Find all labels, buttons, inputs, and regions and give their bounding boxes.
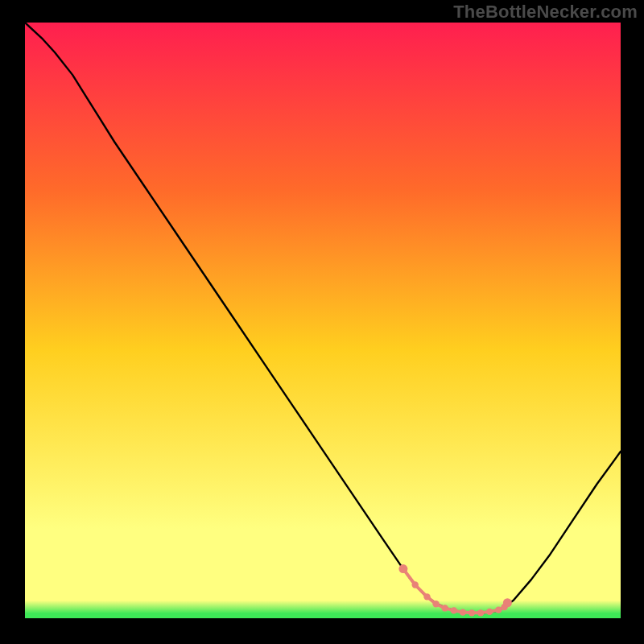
marker-dot [442,605,448,611]
chart-frame: TheBottleNecker.com [0,0,644,644]
marker-dot [486,609,493,615]
bottleneck-curve-chart [25,23,621,618]
gradient-background [25,23,621,618]
marker-dot [495,606,502,613]
marker-dot [398,564,407,573]
marker-dot [460,609,466,615]
marker-dot [477,609,484,616]
marker-dot [451,607,457,613]
marker-dot [469,609,475,616]
marker-dot [423,593,430,600]
marker-dot [432,601,439,607]
marker-dot [412,581,419,588]
plot-area [25,23,621,618]
marker-dot [503,598,512,607]
watermark-text: TheBottleNecker.com [453,2,638,23]
